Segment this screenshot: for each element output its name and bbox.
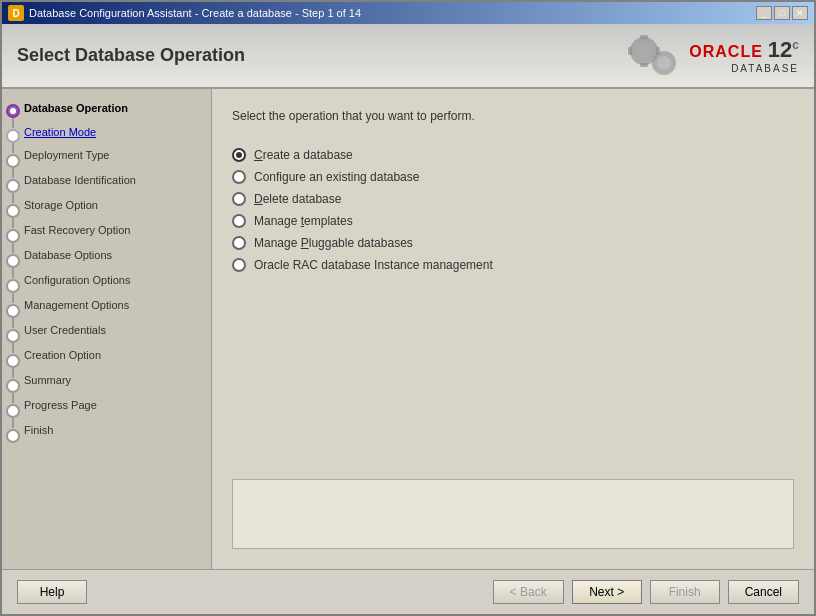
oracle-text: ORACLE xyxy=(689,43,763,61)
help-button[interactable]: Help xyxy=(17,580,87,604)
sidebar-item-database-options[interactable]: Database Options xyxy=(2,248,211,273)
sidebar-item-database-identification[interactable]: Database Identification xyxy=(2,173,211,198)
title-bar: D Database Configuration Assistant - Cre… xyxy=(2,2,814,24)
sidebar-item-finish[interactable]: Finish xyxy=(2,423,211,443)
step-circle-finish xyxy=(6,429,20,443)
sidebar-item-management-options[interactable]: Management Options xyxy=(2,298,211,323)
main-content: Select the operation that you want to pe… xyxy=(212,89,814,569)
step-circle-deployment xyxy=(6,154,20,168)
app-icon: D xyxy=(8,5,24,21)
step-circle-creation-mode xyxy=(6,129,20,143)
step-circle-creation-option xyxy=(6,354,20,368)
radio-label-manage-templates: Manage templates xyxy=(254,214,353,228)
sidebar-connector xyxy=(2,97,24,123)
sidebar-connector-9 xyxy=(2,298,24,323)
sidebar-item-fast-recovery[interactable]: Fast Recovery Option xyxy=(2,223,211,248)
svg-rect-4 xyxy=(640,35,648,39)
sidebar-connector-6 xyxy=(2,223,24,248)
sidebar-label-deployment-type: Deployment Type xyxy=(24,148,109,162)
back-button[interactable]: < Back xyxy=(493,580,564,604)
title-bar-left: D Database Configuration Assistant - Cre… xyxy=(8,5,361,21)
sidebar-item-summary[interactable]: Summary xyxy=(2,373,211,398)
sidebar-connector-3 xyxy=(2,148,24,173)
radio-item-create-db[interactable]: Create a database xyxy=(232,148,794,162)
svg-point-1 xyxy=(636,43,652,59)
next-button[interactable]: Next > xyxy=(572,580,642,604)
svg-rect-5 xyxy=(640,63,648,67)
sidebar-label-creation-option: Creation Option xyxy=(24,348,101,362)
main-window: D Database Configuration Assistant - Cre… xyxy=(0,0,816,616)
step-circle-mgmt xyxy=(6,304,20,318)
radio-item-manage-templates[interactable]: Manage templates xyxy=(232,214,794,228)
radio-label-create-db: Create a database xyxy=(254,148,353,162)
sidebar-connector-8 xyxy=(2,273,24,298)
sidebar-connector-11 xyxy=(2,348,24,373)
sidebar-connector-2 xyxy=(2,123,24,148)
sidebar-label-config-options: Configuration Options xyxy=(24,273,130,287)
sidebar-item-deployment-type[interactable]: Deployment Type xyxy=(2,148,211,173)
header: Select Database Operation ORACLE 12c xyxy=(2,24,814,89)
radio-label-delete-db: Delete database xyxy=(254,192,341,206)
sidebar-label-progress-page: Progress Page xyxy=(24,398,97,412)
sidebar-label-storage-option: Storage Option xyxy=(24,198,98,212)
oracle-brand: ORACLE 12c DATABASE xyxy=(689,37,799,74)
radio-item-manage-pluggable[interactable]: Manage Pluggable databases xyxy=(232,236,794,250)
sidebar-label-db-identification: Database Identification xyxy=(24,173,136,187)
window-controls: _ □ ✕ xyxy=(756,6,808,20)
finish-button[interactable]: Finish xyxy=(650,580,720,604)
step-circle-fast-recovery xyxy=(6,229,20,243)
radio-group: Create a database Configure an existing … xyxy=(232,148,794,272)
sidebar-label-database-options: Database Options xyxy=(24,248,112,262)
radio-item-delete-db[interactable]: Delete database xyxy=(232,192,794,206)
footer-buttons: < Back Next > Finish Cancel xyxy=(493,580,799,604)
radio-configure-existing[interactable] xyxy=(232,170,246,184)
sidebar-label-creation-mode: Creation Mode xyxy=(24,123,96,139)
sidebar-item-user-credentials[interactable]: User Credentials xyxy=(2,323,211,348)
v-line-6 xyxy=(12,173,14,178)
radio-manage-templates[interactable] xyxy=(232,214,246,228)
radio-manage-pluggable[interactable] xyxy=(232,236,246,250)
radio-item-oracle-rac[interactable]: Oracle RAC database Instance management xyxy=(232,258,794,272)
sidebar-item-database-operation[interactable]: Database Operation xyxy=(2,97,211,123)
step-circle-progress xyxy=(6,404,20,418)
page-title: Select Database Operation xyxy=(17,45,245,66)
v-line-2 xyxy=(12,123,14,128)
sidebar-item-configuration-options[interactable]: Configuration Options xyxy=(2,273,211,298)
sidebar-item-progress-page[interactable]: Progress Page xyxy=(2,398,211,423)
svg-point-3 xyxy=(657,56,671,70)
step-circle-config xyxy=(6,279,20,293)
sidebar-item-creation-mode[interactable]: Creation Mode xyxy=(2,123,211,148)
sidebar-connector-4 xyxy=(2,173,24,198)
sidebar-item-storage-option[interactable]: Storage Option xyxy=(2,198,211,223)
sidebar-label-finish: Finish xyxy=(24,423,53,437)
radio-delete-db[interactable] xyxy=(232,192,246,206)
window-title: Database Configuration Assistant - Creat… xyxy=(29,7,361,19)
step-circle-user-cred xyxy=(6,329,20,343)
minimize-button[interactable]: _ xyxy=(756,6,772,20)
radio-item-configure-existing[interactable]: Configure an existing database xyxy=(232,170,794,184)
sidebar-item-creation-option[interactable]: Creation Option xyxy=(2,348,211,373)
radio-label-configure-existing: Configure an existing database xyxy=(254,170,419,184)
instruction-text: Select the operation that you want to pe… xyxy=(232,109,794,123)
content-area: Database Operation Creation Mode Deplo xyxy=(2,89,814,569)
maximize-button[interactable]: □ xyxy=(774,6,790,20)
radio-label-manage-pluggable: Manage Pluggable databases xyxy=(254,236,413,250)
radio-create-db[interactable] xyxy=(232,148,246,162)
sidebar-connector-5 xyxy=(2,198,24,223)
description-box xyxy=(232,479,794,549)
oracle-version: 12c xyxy=(768,37,799,63)
cancel-button[interactable]: Cancel xyxy=(728,580,799,604)
sidebar-connector-13 xyxy=(2,398,24,423)
radio-oracle-rac[interactable] xyxy=(232,258,246,272)
sidebar-connector-14 xyxy=(2,423,24,443)
svg-rect-7 xyxy=(656,47,660,55)
step-circle-db-options xyxy=(6,254,20,268)
sidebar-connector-10 xyxy=(2,323,24,348)
oracle-db-text: DATABASE xyxy=(689,63,799,74)
sidebar-connector-12 xyxy=(2,373,24,398)
gears-icon xyxy=(614,31,684,81)
close-button[interactable]: ✕ xyxy=(792,6,808,20)
sidebar-label-database-operation: Database Operation xyxy=(24,97,128,115)
step-circle-db-id xyxy=(6,179,20,193)
step-circle-active xyxy=(6,104,20,118)
